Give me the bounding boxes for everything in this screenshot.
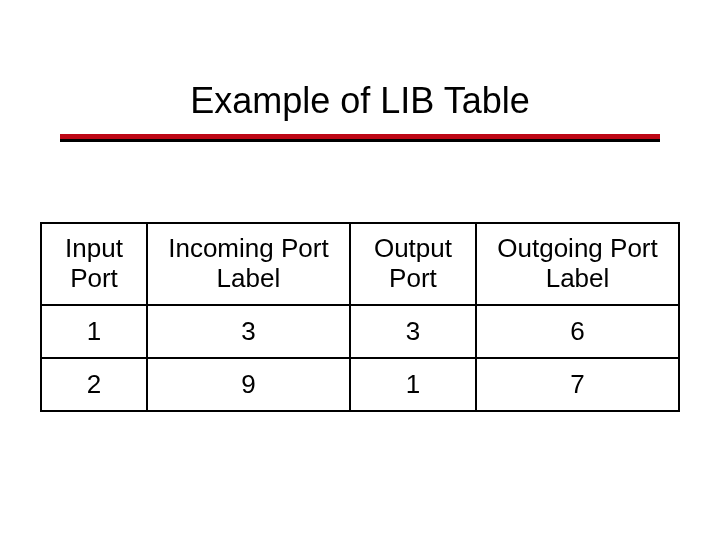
column-header: Incoming Port Label <box>147 223 350 305</box>
column-header: Input Port <box>41 223 147 305</box>
table-row: 2 9 1 7 <box>41 358 679 411</box>
table-cell: 2 <box>41 358 147 411</box>
table-cell: 3 <box>147 305 350 358</box>
lib-table-container: Input Port Incoming Port Label Output Po… <box>40 222 680 412</box>
table-cell: 6 <box>476 305 679 358</box>
column-header: Outgoing Port Label <box>476 223 679 305</box>
table-row: 1 3 3 6 <box>41 305 679 358</box>
table-cell: 1 <box>41 305 147 358</box>
table-cell: 3 <box>350 305 476 358</box>
table-cell: 1 <box>350 358 476 411</box>
table-cell: 9 <box>147 358 350 411</box>
lib-table: Input Port Incoming Port Label Output Po… <box>40 222 680 412</box>
column-header: Output Port <box>350 223 476 305</box>
title-underline <box>60 134 660 142</box>
table-cell: 7 <box>476 358 679 411</box>
table-header-row: Input Port Incoming Port Label Output Po… <box>41 223 679 305</box>
slide: Example of LIB Table Input Port Incoming… <box>0 0 720 540</box>
page-title: Example of LIB Table <box>0 0 720 134</box>
